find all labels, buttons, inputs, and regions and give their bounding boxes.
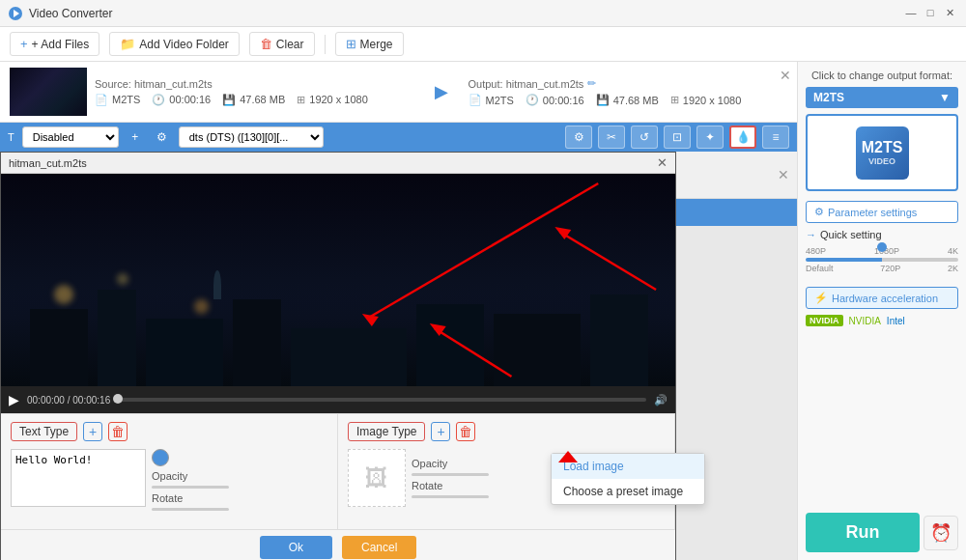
clear-button[interactable]: 🗑 Clear [249,32,315,56]
play-button[interactable]: ▶ [9,392,19,407]
trash-icon: 🗑 [260,37,272,51]
file-row-1: Source: hitman_cut.m2ts 📄 M2TS 🕐 00:00:1… [0,62,797,123]
source-size: 💾 47.68 MB [222,94,285,106]
text-type-panel: Text Type + 🗑 Hello World! [1,414,338,529]
run-button[interactable]: Run [806,513,920,552]
minimize-button[interactable]: — [902,4,920,21]
add-files-button[interactable]: + + Add Files [10,32,99,56]
out-clock-icon: 🕐 [526,94,539,106]
window-controls: — □ ✕ [902,4,958,21]
settings-tool-btn[interactable]: ⚙ [565,126,592,149]
enhance-tool-btn[interactable]: ✦ [696,126,724,149]
video-close-button[interactable]: ✕ [657,155,668,170]
file-icon: 📄 [95,94,108,106]
opacity-label: Opacity [152,470,187,482]
format-selector-button[interactable]: M2TS ▼ [806,87,958,108]
image-placeholder: 🖼 [348,449,406,507]
app-icon [8,6,23,21]
hw-icon: ⚡ [814,292,828,304]
cut-tool-btn[interactable]: ✂ [598,126,625,149]
clock-icon: 🕐 [152,94,165,106]
size-icon: 💾 [222,94,236,106]
source-label: Source: hitman_cut.m2ts [95,78,414,90]
watermark-text-input[interactable]: Hello World! [11,449,146,507]
text-panel-header: Text Type + 🗑 [11,422,327,441]
delete-image-watermark-button[interactable]: 🗑 [456,422,475,441]
parameter-settings-button[interactable]: ⚙ Parameter settings [806,201,958,223]
rotate-tool-btn[interactable]: ↺ [631,126,658,149]
svg-marker-8 [558,451,578,462]
disabled-select[interactable]: Disabled [22,126,119,148]
subtitle-settings-button[interactable]: ⚙ [152,126,173,148]
image-wm-controls: Opacity Rotate [412,449,489,507]
audio-track-row: T Disabled + ⚙ dts (DTS) ([130][0][... ⚙… [0,123,797,152]
opacity-slider[interactable] [152,486,229,489]
video-filename: hitman_cut.m2ts [9,157,87,169]
watermark-panels: Text Type + 🗑 Hello World! [1,413,675,529]
image-opacity-label: Opacity [412,458,447,469]
crop-tool-btn[interactable]: ⊡ [664,126,691,149]
source-duration: 🕐 00:00:16 [152,94,211,106]
res-icon: ⊞ [297,94,305,106]
cancel-button[interactable]: Cancel [342,536,416,559]
video-preview-window: hitman_cut.m2ts ✕ [0,152,676,560]
format-label: Click to change output format: [806,70,958,81]
delete-text-watermark-button[interactable]: 🗑 [108,422,128,441]
subtitle-tool-btn[interactable]: ≡ [762,126,789,149]
nvidia-row: NVIDIA NVIDIA Intel [806,315,958,326]
image-type-label: Image Type [348,422,425,441]
format-icon: M2TS VIDEO [856,126,909,180]
quick-setting-label: → Quick setting [806,229,958,240]
add-subtitle-button[interactable]: + [125,126,146,148]
run-area: Run ⏰ [806,513,958,552]
video-frame [1,174,675,386]
text-icon: T [8,131,14,143]
progress-thumb [113,394,123,404]
image-rotate-slider[interactable] [412,495,489,498]
time-display: 00:00:00 / 00:00:16 [27,395,110,406]
nvidia-badge: NVIDIA [806,315,843,326]
rotate-label: Rotate [152,492,183,504]
thumbnail [10,68,87,116]
merge-button[interactable]: ⊞ Merge [335,32,404,56]
close-iron-row-button[interactable]: ✕ [778,167,789,182]
image-type-panel: Image Type + 🗑 🖼 Opacity [338,414,675,529]
add-text-watermark-button[interactable]: + [83,422,102,441]
maximize-button[interactable]: □ [922,4,939,21]
watermark-tool-btn[interactable]: 💧 [729,126,756,149]
close-file-row-button[interactable]: ✕ [780,68,791,83]
rotate-slider[interactable] [152,508,229,511]
ok-button[interactable]: Ok [260,536,332,559]
edit-output-icon[interactable]: ✏ [587,77,596,90]
format-icon-box: M2TS VIDEO [806,114,958,191]
source-info: Source: hitman_cut.m2ts 📄 M2TS 🕐 00:00:1… [95,78,414,106]
hardware-acceleration-button[interactable]: ⚡ Hardware acceleration [806,287,958,309]
folder-icon: 📁 [120,37,135,51]
output-info: Output: hitman_cut.m2ts ✏ 📄 M2TS 🕐 00:00… [469,77,788,106]
out-file-icon: 📄 [469,94,482,106]
color-picker[interactable] [152,449,169,466]
out-res-icon: ⊞ [670,94,679,106]
progress-bar[interactable] [118,398,646,402]
quality-track [806,258,958,262]
app-title: Video Converter [29,7,958,20]
merge-icon: ⊞ [346,37,356,51]
text-wm-controls: Opacity Rotate [152,449,229,511]
arrow-icon: → [806,229,816,240]
add-image-watermark-button[interactable]: + [431,422,450,441]
source-format: 📄 M2TS [95,94,140,106]
audio-codec-select[interactable]: dts (DTS) ([130][0][... [179,126,324,148]
output-label: Output: hitman_cut.m2ts ✏ [469,77,788,90]
video-controls: ▶ 00:00:00 / 00:00:16 🔊 [1,386,675,413]
close-button[interactable]: ✕ [941,4,958,21]
settings-icon: ⚙ [814,206,824,218]
volume-icon: 🔊 [654,394,668,406]
convert-arrow: ▶ [422,81,461,102]
alarm-button[interactable]: ⏰ [923,516,958,550]
preset-image-item[interactable]: Choose a preset image [552,479,704,504]
quality-thumb [877,242,887,252]
title-bar: Video Converter — □ ✕ [0,0,966,27]
image-opacity-slider[interactable] [412,473,489,476]
add-folder-button[interactable]: 📁 Add Video Folder [109,32,240,56]
action-buttons: Ok Cancel [1,529,675,560]
